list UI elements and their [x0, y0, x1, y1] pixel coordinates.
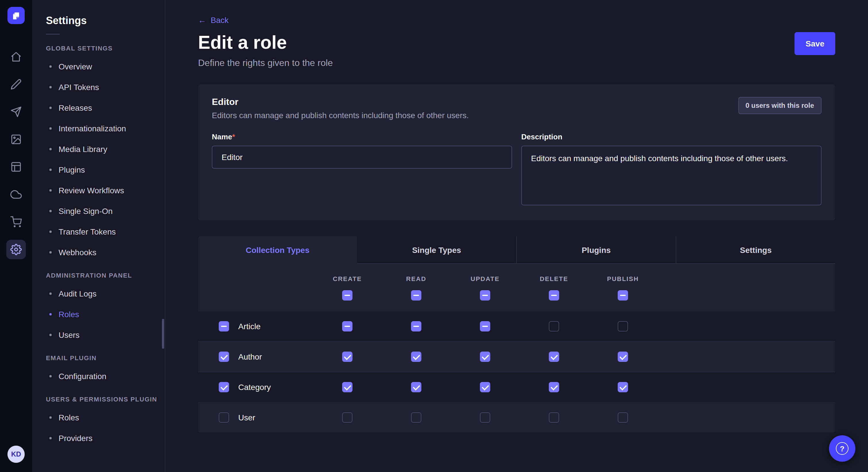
help-button[interactable]: ? [829, 435, 856, 462]
home-icon[interactable] [6, 47, 26, 67]
sidebar-item-configuration[interactable]: Configuration [46, 366, 165, 386]
name-field-label: Name* [212, 133, 512, 141]
settings-sidebar: Settings GLOBAL SETTINGS Overview API To… [32, 0, 165, 472]
sidebar-item-up-roles[interactable]: Roles [46, 407, 165, 428]
role-name-heading: Editor [212, 97, 469, 107]
sidebar-item-transfer-tokens[interactable]: Transfer Tokens [46, 222, 165, 242]
sidebar-divider [46, 34, 60, 34]
sidebar-item-roles[interactable]: Roles [46, 304, 165, 325]
media-library-icon[interactable] [6, 130, 26, 149]
app-window: KD Settings GLOBAL SETTINGS Overview API… [0, 0, 868, 472]
settings-gear-icon[interactable] [6, 240, 26, 259]
author-read-checkbox[interactable] [411, 351, 422, 362]
section-email-plugin: EMAIL PLUGIN [46, 355, 165, 361]
tab-collection-types[interactable]: Collection Types [198, 236, 357, 264]
sidebar-item-plugins[interactable]: Plugins [46, 160, 165, 180]
select-all-read-checkbox[interactable] [411, 290, 422, 301]
description-textarea[interactable]: Editors can manage and publish contents … [521, 146, 822, 205]
sidebar-item-releases[interactable]: Releases [46, 98, 165, 118]
avatar[interactable]: KD [7, 446, 25, 463]
description-field-label: Description [521, 133, 822, 141]
main-content: ← Back Edit a role Define the rights giv… [165, 0, 868, 472]
author-row-checkbox[interactable] [219, 351, 229, 362]
article-update-checkbox[interactable] [480, 321, 490, 332]
author-publish-checkbox[interactable] [618, 351, 628, 362]
sidebar-scrollbar[interactable] [162, 319, 164, 349]
permissions-tabs: Collection Types Single Types Plugins Se… [198, 236, 835, 264]
user-publish-checkbox[interactable] [618, 412, 628, 423]
row-label: Category [238, 382, 271, 392]
tab-settings[interactable]: Settings [676, 236, 835, 264]
category-update-checkbox[interactable] [480, 382, 490, 392]
strapi-logo[interactable] [7, 7, 25, 24]
save-button[interactable]: Save [795, 32, 835, 55]
sidebar-item-internationalization[interactable]: Internationalization [46, 118, 165, 139]
bullet-icon [50, 334, 52, 336]
category-row-checkbox[interactable] [219, 382, 229, 392]
author-create-checkbox[interactable] [342, 351, 352, 362]
permissions-card: Collection Types Single Types Plugins Se… [198, 236, 835, 432]
select-all-create-checkbox[interactable] [342, 290, 352, 301]
bullet-icon [50, 231, 52, 233]
article-row-checkbox[interactable] [219, 321, 229, 332]
strapi-logo-icon [11, 10, 21, 21]
bullet-icon [50, 148, 52, 150]
bullet-icon [50, 169, 52, 171]
table-row-article: Article [198, 311, 835, 341]
sidebar-item-users[interactable]: Users [46, 325, 165, 345]
releases-paper-plane-icon[interactable] [6, 102, 26, 122]
select-all-publish-checkbox[interactable] [618, 290, 628, 301]
back-label: Back [211, 15, 228, 25]
category-publish-checkbox[interactable] [618, 382, 628, 392]
page-title: Edit a role [198, 32, 333, 53]
marketplace-cart-icon[interactable] [6, 212, 26, 232]
sidebar-item-api-tokens[interactable]: API Tokens [46, 77, 165, 98]
user-row-checkbox[interactable] [219, 412, 229, 423]
bullet-icon [50, 189, 52, 192]
row-label: User [238, 413, 255, 422]
table-row-author: Author [198, 341, 835, 372]
sidebar-item-webhooks[interactable]: Webhooks [46, 242, 165, 263]
page-subtitle: Define the rights given to the role [198, 58, 333, 68]
category-delete-checkbox[interactable] [549, 382, 559, 392]
sidebar-item-single-sign-on[interactable]: Single Sign-On [46, 201, 165, 222]
content-type-builder-icon[interactable] [6, 157, 26, 177]
bullet-icon [50, 313, 52, 315]
nav-rail: KD [0, 0, 32, 472]
name-input[interactable] [212, 146, 512, 169]
user-delete-checkbox[interactable] [549, 412, 559, 423]
author-delete-checkbox[interactable] [549, 351, 559, 362]
tab-single-types[interactable]: Single Types [357, 236, 516, 264]
cloud-icon[interactable] [6, 185, 26, 204]
question-mark-icon: ? [836, 442, 848, 455]
bullet-icon [50, 375, 52, 377]
category-read-checkbox[interactable] [411, 382, 422, 392]
sidebar-item-overview[interactable]: Overview [46, 56, 165, 77]
category-create-checkbox[interactable] [342, 382, 352, 392]
tab-plugins[interactable]: Plugins [516, 236, 676, 264]
bullet-icon [50, 251, 52, 254]
author-update-checkbox[interactable] [480, 351, 490, 362]
sidebar-item-media-library[interactable]: Media Library [46, 139, 165, 160]
select-all-update-checkbox[interactable] [480, 290, 490, 301]
back-link[interactable]: ← Back [198, 15, 228, 25]
row-label: Author [238, 352, 262, 361]
article-publish-checkbox[interactable] [618, 321, 628, 332]
role-details-card: Editor Editors can manage and publish co… [198, 84, 835, 220]
article-read-checkbox[interactable] [411, 321, 422, 332]
sidebar-item-review-workflows[interactable]: Review Workflows [46, 180, 165, 201]
bullet-icon [50, 127, 52, 130]
article-create-checkbox[interactable] [342, 321, 352, 332]
column-create: CREATE [333, 275, 362, 282]
sidebar-item-audit-logs[interactable]: Audit Logs [46, 283, 165, 304]
permissions-table-header: CREATE READ UPDATE DELETE PUBLISH [198, 264, 835, 311]
user-update-checkbox[interactable] [480, 412, 490, 423]
user-create-checkbox[interactable] [342, 412, 352, 423]
sidebar-item-providers[interactable]: Providers [46, 428, 165, 448]
bullet-icon [50, 293, 52, 295]
select-all-delete-checkbox[interactable] [549, 290, 559, 301]
article-delete-checkbox[interactable] [549, 321, 559, 332]
content-manager-icon[interactable] [6, 74, 26, 94]
bullet-icon [50, 416, 52, 419]
user-read-checkbox[interactable] [411, 412, 422, 423]
